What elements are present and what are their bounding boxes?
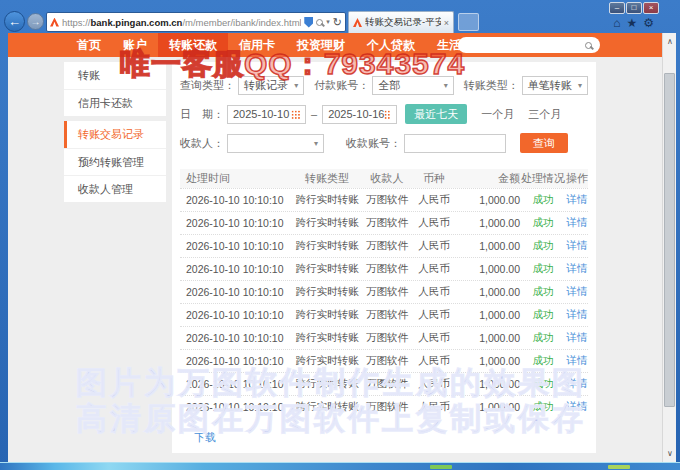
nav-item-home[interactable]: 首页 bbox=[66, 33, 112, 57]
chevron-down-icon: ▾ bbox=[444, 81, 448, 90]
detail-link[interactable]: 详情 bbox=[566, 377, 588, 391]
detail-link[interactable]: 详情 bbox=[566, 239, 588, 253]
forward-button[interactable]: → bbox=[27, 13, 44, 30]
sidebar-item-payee-management[interactable]: 收款人管理 bbox=[64, 175, 166, 202]
table-row: 2026-10-10 10:10:10 跨行实时转账 万图软件 人民币 1,00… bbox=[180, 372, 588, 395]
detail-link[interactable]: 详情 bbox=[566, 262, 588, 276]
table-row: 2026-10-10 10:10:10 跨行实时转账 万图软件 人民币 1,00… bbox=[180, 303, 588, 326]
settings-gear-icon[interactable]: ⚙ bbox=[643, 16, 654, 30]
table-row: 2026-10-10 10:10:10 跨行实时转账 万图软件 人民币 1,00… bbox=[180, 280, 588, 303]
nav-item-credit-card[interactable]: 信用卡 bbox=[228, 33, 286, 57]
detail-link[interactable]: 详情 bbox=[566, 400, 588, 414]
calendar-icon[interactable] bbox=[291, 110, 300, 119]
three-month-button[interactable]: 三个月 bbox=[528, 107, 561, 122]
one-month-button[interactable]: 一个月 bbox=[481, 107, 514, 122]
date-range-separator: – bbox=[311, 108, 317, 120]
site-favicon-icon bbox=[50, 18, 59, 27]
nav-item-personal-loan[interactable]: 个人贷款 bbox=[356, 33, 426, 57]
payee-label: 收款人： bbox=[180, 136, 224, 151]
sidebar-item-credit-card-repay[interactable]: 信用卡还款 bbox=[64, 89, 166, 116]
vertical-scrollbar[interactable]: ∧ ∨ bbox=[662, 33, 676, 462]
url-text: https://bank.pingan.com.cn/m/member/iban… bbox=[62, 17, 301, 28]
browser-toolbar-icons: ⌂ ★ ⚙ bbox=[613, 16, 654, 30]
chevron-down-icon: ▾ bbox=[314, 139, 318, 148]
sidebar-item-transfer-records[interactable]: 转账交易记录 bbox=[64, 121, 166, 148]
refresh-icon[interactable]: ↻ bbox=[333, 16, 342, 29]
payee-account-label: 收款账号： bbox=[346, 136, 401, 151]
calendar-icon[interactable] bbox=[384, 110, 391, 119]
date-from-input[interactable]: 2025-10-10 bbox=[227, 105, 306, 124]
date-label: 日 期： bbox=[180, 107, 224, 122]
detail-link[interactable]: 详情 bbox=[566, 193, 588, 207]
table-row: 2026-10-10 10:10:10 跨行实时转账 万图软件 人民币 1,00… bbox=[180, 326, 588, 349]
detail-link[interactable]: 详情 bbox=[566, 308, 588, 322]
payee-select[interactable]: ▾ bbox=[227, 134, 324, 153]
sidebar-item-transfer[interactable]: 转账 bbox=[64, 62, 166, 89]
detail-link[interactable]: 详情 bbox=[566, 331, 588, 345]
tab-close-icon[interactable]: × bbox=[444, 18, 449, 28]
home-icon[interactable]: ⌂ bbox=[613, 16, 620, 30]
search-button[interactable]: 查询 bbox=[520, 133, 568, 153]
chevron-down-icon: ▾ bbox=[578, 81, 582, 90]
favorites-star-icon[interactable]: ★ bbox=[626, 16, 637, 30]
tab-title: 转账交易记录-平安银行个... bbox=[365, 16, 441, 29]
nav-item-transfer-repay[interactable]: 转账还款 bbox=[158, 33, 228, 57]
site-search-icon[interactable] bbox=[585, 42, 592, 49]
chevron-down-icon: ▾ bbox=[294, 81, 298, 90]
query-type-label: 查询类型： bbox=[180, 78, 235, 93]
table-header: 处理时间 转账类型 收款人 币种 金额 处理情况 操作 bbox=[180, 169, 588, 188]
pay-account-select[interactable]: 全部▾ bbox=[372, 76, 454, 95]
new-tab-button[interactable] bbox=[458, 13, 479, 31]
address-bar[interactable]: https://bank.pingan.com.cn/m/member/iban… bbox=[46, 12, 346, 32]
back-button[interactable]: ← bbox=[4, 11, 25, 32]
tab-favicon-icon bbox=[353, 18, 362, 27]
nav-item-investment[interactable]: 投资理财 bbox=[286, 33, 356, 57]
search-icon[interactable] bbox=[316, 19, 323, 26]
scroll-down-icon[interactable]: ∨ bbox=[663, 447, 677, 460]
table-row: 2026-10-10 10:10:10 跨行实时转账 万图软件 人民币 1,00… bbox=[180, 234, 588, 257]
table-row: 2026-10-10 10:10:10 跨行实时转账 万图软件 人民币 1,00… bbox=[180, 211, 588, 234]
sidebar: 转账 信用卡还款 转账交易记录 预约转账管理 收款人管理 bbox=[64, 62, 166, 207]
nav-item-accounts[interactable]: 账户 bbox=[112, 33, 158, 57]
download-link[interactable]: 下载 bbox=[180, 430, 588, 445]
scrollbar-thumb[interactable] bbox=[664, 73, 675, 407]
last-7-days-button[interactable]: 最近七天 bbox=[405, 104, 467, 124]
detail-link[interactable]: 详情 bbox=[566, 354, 588, 368]
security-shield-icon bbox=[304, 17, 313, 28]
table-row: 2026-10-10 10:10:10 跨行实时转账 万图软件 人民币 1,00… bbox=[180, 188, 588, 211]
browser-window: – □ × ← → https://bank.pingan.com.cn/m/m… bbox=[0, 0, 680, 470]
records-table: 处理时间 转账类型 收款人 币种 金额 处理情况 操作 2026-10-10 1… bbox=[180, 169, 588, 445]
close-button[interactable]: × bbox=[643, 2, 659, 14]
maximize-button[interactable]: □ bbox=[626, 2, 642, 14]
minimize-button[interactable]: – bbox=[609, 2, 625, 14]
transfer-type-label: 转账类型： bbox=[464, 78, 519, 93]
transfer-type-select[interactable]: 单笔转账▾ bbox=[522, 76, 588, 95]
detail-link[interactable]: 详情 bbox=[566, 216, 588, 230]
page-viewport: 首页 账户 转账还款 信用卡 投资理财 个人贷款 生活服务 更多业务 转账 信用… bbox=[8, 33, 662, 462]
sidebar-item-scheduled-transfer[interactable]: 预约转账管理 bbox=[64, 148, 166, 175]
window-controls: – □ × bbox=[609, 2, 659, 14]
main-panel: 查询类型： 转账记录▾ 付款账号： 全部▾ 转账类型： 单笔转账▾ 日 期： bbox=[172, 62, 596, 453]
site-navbar: 首页 账户 转账还款 信用卡 投资理财 个人贷款 生活服务 更多业务 bbox=[8, 33, 662, 57]
date-to-input[interactable]: 2025-10-16 bbox=[322, 105, 397, 124]
site-search-input[interactable] bbox=[458, 37, 600, 53]
scroll-up-icon[interactable]: ∧ bbox=[663, 35, 677, 48]
browser-tab[interactable]: 转账交易记录-平安银行个... × bbox=[348, 11, 454, 33]
taskbar-glimpse bbox=[608, 465, 630, 469]
taskbar-glimpse bbox=[430, 465, 452, 469]
pay-account-label: 付款账号： bbox=[314, 78, 369, 93]
table-row: 2026-10-10 10:10:10 跨行实时转账 万图软件 人民币 1,00… bbox=[180, 257, 588, 280]
search-dropdown-icon[interactable]: ▾ bbox=[326, 18, 330, 26]
payee-account-input[interactable] bbox=[404, 134, 506, 153]
window-bottom-frame bbox=[0, 462, 680, 470]
query-type-select[interactable]: 转账记录▾ bbox=[238, 76, 304, 95]
detail-link[interactable]: 详情 bbox=[566, 285, 588, 299]
table-row: 2026-10-10 10:10:10 跨行实时转账 万图软件 人民币 1,00… bbox=[180, 395, 588, 418]
table-row: 2026-10-10 10:10:10 跨行实时转账 万图软件 人民币 1,00… bbox=[180, 349, 588, 372]
records-table-body: 2026-10-10 10:10:10 跨行实时转账 万图软件 人民币 1,00… bbox=[180, 188, 588, 418]
